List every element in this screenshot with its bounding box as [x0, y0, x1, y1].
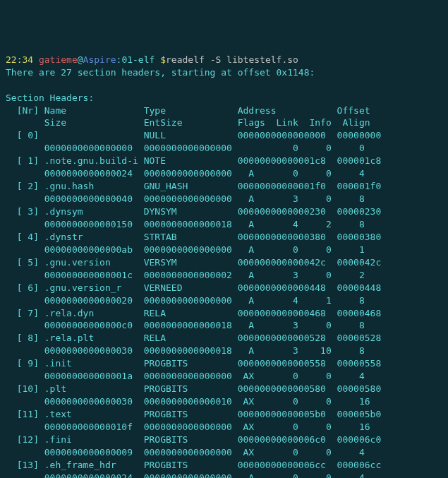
- command-text: readelf -S libtestelf.so: [166, 54, 298, 65]
- section-rows: [ 0] NULL 0000000000000000 00000000 0000…: [6, 130, 381, 478]
- prompt-line[interactable]: 22:34 gatieme@Aspire:01-elf $readelf -S …: [6, 54, 298, 65]
- prompt-path: 01-elf: [121, 54, 155, 65]
- terminal-output: 22:34 gatieme@Aspire:01-elf $readelf -S …: [6, 54, 442, 478]
- summary-line: There are 27 section headers, starting a…: [6, 67, 315, 78]
- header-line-2: Size EntSize Flags Link Info Align: [6, 117, 370, 128]
- prompt-time: 22:34: [6, 54, 33, 65]
- prompt-dollar: $: [155, 54, 166, 65]
- prompt-user: gatieme: [39, 54, 78, 65]
- prompt-host: Aspire: [83, 54, 116, 65]
- prompt-at: @: [78, 54, 83, 65]
- header-line-1: [Nr] Name Type Address Offset: [6, 105, 370, 116]
- section-title: Section Headers:: [6, 92, 94, 103]
